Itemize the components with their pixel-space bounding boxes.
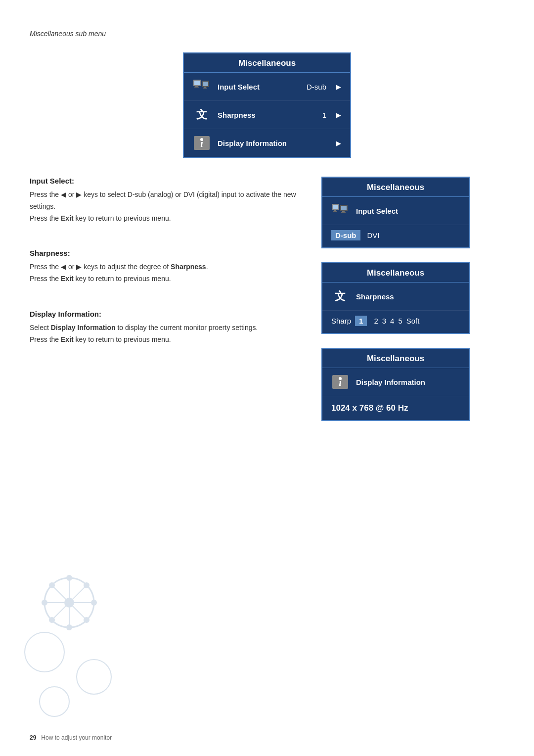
sharp-1-option: 1 [355, 316, 367, 326]
osd-panel-sharp-row: 文 Sharpness [322, 283, 469, 311]
panel-info-icon: i [331, 373, 349, 391]
section-title: Miscellaneous sub menu [30, 30, 504, 38]
osd-panel-input-title: Miscellaneous [322, 178, 469, 197]
sharp-prefix: Sharp [331, 317, 351, 325]
svg-rect-18 [341, 212, 346, 213]
input-select-heading: Input Select: [30, 177, 312, 185]
dsub-option: D-sub [331, 230, 360, 240]
top-osd-sharpness-label: Sharpness [218, 111, 315, 119]
svg-point-31 [91, 600, 97, 606]
osd-box-input-select: Miscellaneous [321, 177, 470, 248]
left-column: Input Select: Press the ◀ or ▶ keys to s… [30, 177, 321, 435]
main-layout: Input Select: Press the ◀ or ▶ keys to s… [30, 177, 504, 435]
sharp-4-option: 4 [390, 317, 394, 325]
top-osd-sharpness-value: 1 [322, 111, 326, 119]
osd-panel-dispinfo-title: Miscellaneous [322, 349, 469, 368]
top-osd-input-label: Input Select [218, 83, 300, 91]
panel-input-label: Input Select [356, 207, 460, 215]
osd-panel-sharp-options: Sharp 1 2 3 4 5 Soft [322, 311, 469, 333]
svg-rect-5 [203, 82, 208, 86]
svg-point-34 [84, 617, 89, 623]
osd-panel-input-options: D-sub DVI [322, 225, 469, 247]
page-number: 29 [30, 734, 36, 741]
osd-panel-sharpness: Miscellaneous 文 Sharpness Sharp 1 2 3 4 … [321, 262, 504, 334]
sharpness-body: Press the ◀ or ▶ keys to adjust the degr… [30, 261, 312, 285]
top-osd-sharpness-arrow: ▶ [336, 111, 341, 119]
top-osd-dispinfo-arrow: ▶ [336, 140, 341, 147]
svg-rect-16 [341, 206, 347, 210]
osd-panel-display-info: Miscellaneous i Display Information 1 [321, 348, 504, 421]
right-column: Miscellaneous [321, 177, 504, 435]
osd-row-sharpness: 文 Sharpness 1 ▶ [184, 101, 350, 129]
osd-panel-dispinfo-row: i Display Information [322, 368, 469, 396]
panel-sharp-icon: 文 [331, 287, 349, 305]
top-osd-container: Miscellaneous Input Select [30, 52, 504, 158]
osd-panel-input-select: Miscellaneous [321, 177, 504, 248]
osd-row-input-select: Input Select D-sub ▶ [184, 73, 350, 101]
osd-box-sharpness: Miscellaneous 文 Sharpness Sharp 1 2 3 4 … [321, 262, 470, 334]
svg-line-26 [52, 585, 87, 620]
input-select-body: Press the ◀ or ▶ keys to select D-sub (a… [30, 189, 312, 224]
osd-box-display-info: Miscellaneous i Display Information 1 [321, 348, 470, 421]
svg-point-35 [49, 617, 55, 623]
display-info-body: Select Display Information to display th… [30, 322, 312, 346]
panel-sharp-label: Sharpness [356, 292, 460, 301]
top-osd-box: Miscellaneous Input Select [183, 52, 351, 158]
svg-point-33 [84, 582, 89, 588]
top-osd-input-value: D-sub [307, 83, 326, 91]
panel-dispinfo-label: Display Information [356, 378, 460, 386]
sharp-5-option: 5 [398, 317, 402, 325]
svg-point-38 [40, 687, 69, 716]
top-osd-dispinfo-label: Display Information [218, 139, 319, 147]
display-info-heading: Display Information: [30, 310, 312, 318]
svg-rect-12 [333, 205, 338, 209]
top-osd-title: Miscellaneous [184, 53, 350, 73]
footer-text: How to adjust your monitor [41, 734, 112, 741]
resolution-value: 1024 x 768 @ 60 Hz [331, 403, 408, 413]
page-footer: 29 How to adjust your monitor [0, 734, 534, 741]
svg-point-32 [49, 582, 55, 588]
svg-point-27 [64, 598, 74, 608]
svg-point-21 [339, 377, 342, 380]
bg-decoration [15, 553, 124, 726]
svg-point-28 [66, 575, 72, 581]
svg-rect-14 [333, 211, 337, 212]
osd-panel-sharp-title: Miscellaneous [322, 263, 469, 283]
svg-point-37 [77, 660, 111, 694]
sharp-2-option: 2 [374, 317, 378, 325]
svg-point-22 [44, 578, 94, 627]
svg-point-30 [42, 600, 47, 606]
panel-input-icon [331, 202, 349, 220]
info-icon: i [193, 134, 211, 152]
osd-row-display-info: i Display Information ▶ [184, 129, 350, 157]
section-sharpness: Sharpness: Press the ◀ or ▶ keys to adju… [30, 249, 312, 285]
sharp-3-option: 3 [382, 317, 386, 325]
section-display-info: Display Information: Select Display Info… [30, 310, 312, 346]
svg-point-36 [25, 632, 64, 672]
top-osd-input-arrow: ▶ [336, 83, 341, 91]
osd-panel-dispinfo-resolution: 1024 x 768 @ 60 Hz [322, 396, 469, 420]
svg-rect-3 [194, 87, 199, 88]
svg-rect-1 [194, 81, 200, 85]
section-input-select: Input Select: Press the ◀ or ▶ keys to s… [30, 177, 312, 224]
input-select-icon [193, 78, 211, 95]
soft-option: Soft [406, 317, 420, 325]
dvi-option: DVI [367, 231, 380, 239]
sharpness-icon: 文 [193, 106, 211, 124]
osd-panel-input-row: Input Select [322, 197, 469, 225]
svg-point-10 [200, 138, 203, 141]
sharpness-heading: Sharpness: [30, 249, 312, 257]
svg-point-29 [66, 624, 72, 630]
svg-line-25 [52, 585, 87, 620]
svg-rect-7 [203, 88, 207, 89]
